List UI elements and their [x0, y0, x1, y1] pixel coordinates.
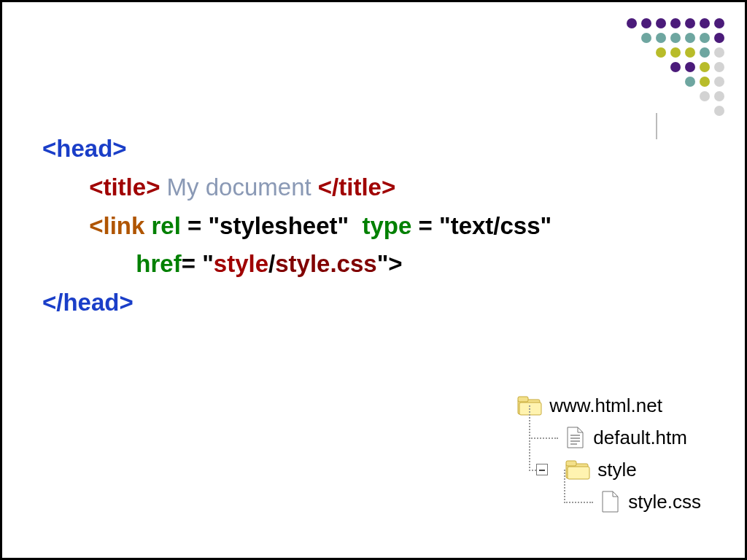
code-line-1: <head> [42, 130, 551, 168]
attr-type: type [363, 212, 419, 239]
decor-dot [685, 62, 695, 72]
decor-dot [700, 18, 710, 28]
svg-rect-1 [518, 397, 528, 402]
svg-rect-8 [566, 461, 576, 466]
svg-rect-9 [568, 467, 589, 479]
eq-quote: = " [182, 250, 214, 277]
decor-dot [700, 77, 710, 87]
file-tree: www.html.net default.htm [517, 389, 701, 518]
end-quote: "> [377, 250, 403, 277]
code-line-3: <link rel = "stylesheet" type = "text/cs… [42, 207, 551, 246]
decor-dot [714, 18, 724, 28]
decor-dot [670, 62, 681, 72]
tag-head-open: <head> [42, 135, 127, 162]
decor-dot [685, 77, 695, 87]
decor-dot [641, 33, 651, 43]
tree-file-default: default.htm [517, 421, 701, 454]
collapse-icon[interactable] [536, 464, 548, 475]
tree-connector [517, 454, 558, 486]
text-my-document: My document [160, 174, 317, 201]
tree-connector [517, 421, 558, 454]
code-line-4: href= "style/style.css"> [42, 245, 551, 284]
tree-connector [517, 486, 593, 518]
decor-dot [656, 47, 666, 58]
svg-rect-2 [519, 402, 541, 415]
tree-file-default-label: default.htm [593, 427, 687, 449]
file-icon [600, 490, 621, 513]
decor-dot [656, 33, 666, 43]
decor-dot [685, 18, 695, 28]
folder-style: style [214, 250, 268, 277]
decor-dot [685, 33, 695, 43]
tree-folder-style: style [517, 454, 701, 486]
tag-title-open: <title> [89, 174, 160, 201]
decor-dot [641, 18, 651, 28]
folder-icon [565, 459, 590, 480]
decor-dot [670, 47, 681, 58]
document-icon [565, 426, 586, 449]
tag-head-close: </head> [42, 289, 133, 316]
decor-dot [656, 18, 666, 28]
tree-file-stylecss: style.css [517, 486, 701, 518]
decor-dot [670, 33, 681, 43]
val-textcss: = "text/css" [419, 212, 552, 239]
attr-href: href [136, 250, 181, 277]
tag-link: <link [89, 212, 151, 239]
tree-file-stylecss-label: style.css [628, 491, 701, 513]
decor-dot [700, 91, 710, 101]
tag-title-close: </title> [318, 174, 395, 201]
val-stylesheet: = "stylesheet" [187, 212, 363, 239]
attr-rel: rel [151, 212, 187, 239]
code-line-5: </head> [42, 284, 551, 322]
decor-dot [714, 77, 724, 87]
decor-dot [714, 47, 724, 58]
decor-dot [714, 106, 724, 116]
file-stylecss: style.css [275, 250, 376, 277]
tree-root: www.html.net [517, 389, 701, 421]
slash: / [268, 250, 275, 277]
decor-dots [593, 18, 724, 120]
decor-dot [685, 47, 695, 58]
decor-dot [700, 33, 710, 43]
decor-dot [700, 62, 710, 72]
code-block: <head> <title> My document </title> <lin… [42, 130, 551, 322]
decor-dot [700, 47, 710, 58]
code-line-2: <title> My document </title> [42, 168, 551, 207]
tree-root-label: www.html.net [549, 394, 662, 417]
decor-dot [670, 18, 681, 28]
tree-folder-style-label: style [597, 459, 636, 481]
decor-dot [714, 91, 724, 101]
decor-dot [714, 33, 724, 43]
decor-dot [627, 18, 637, 28]
decor-separator [656, 113, 657, 139]
slide: <head> <title> My document </title> <lin… [0, 0, 747, 560]
decor-dot [714, 62, 724, 72]
